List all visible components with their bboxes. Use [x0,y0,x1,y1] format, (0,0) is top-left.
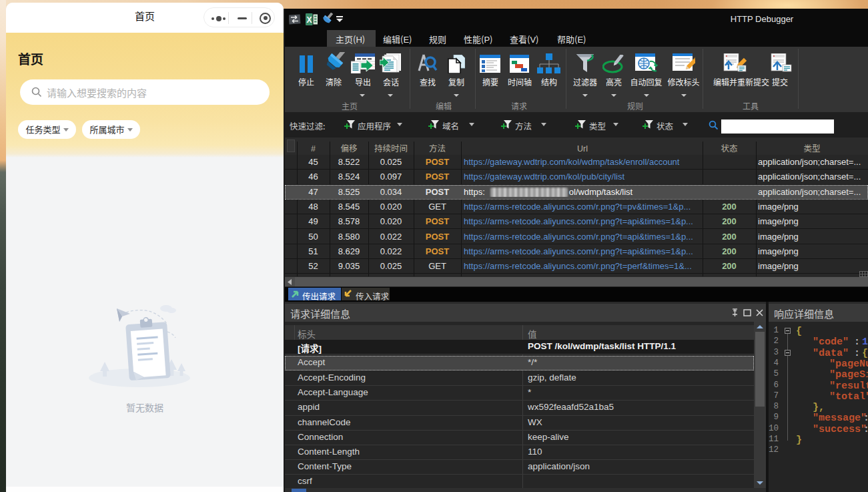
svg-text:X: X [307,15,312,25]
